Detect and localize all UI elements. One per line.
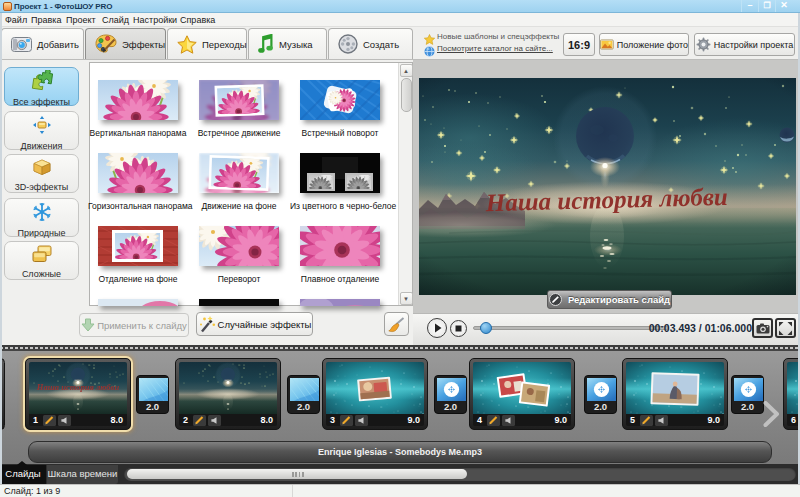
svg-text:Наша история любви: Наша история любви	[36, 382, 120, 392]
